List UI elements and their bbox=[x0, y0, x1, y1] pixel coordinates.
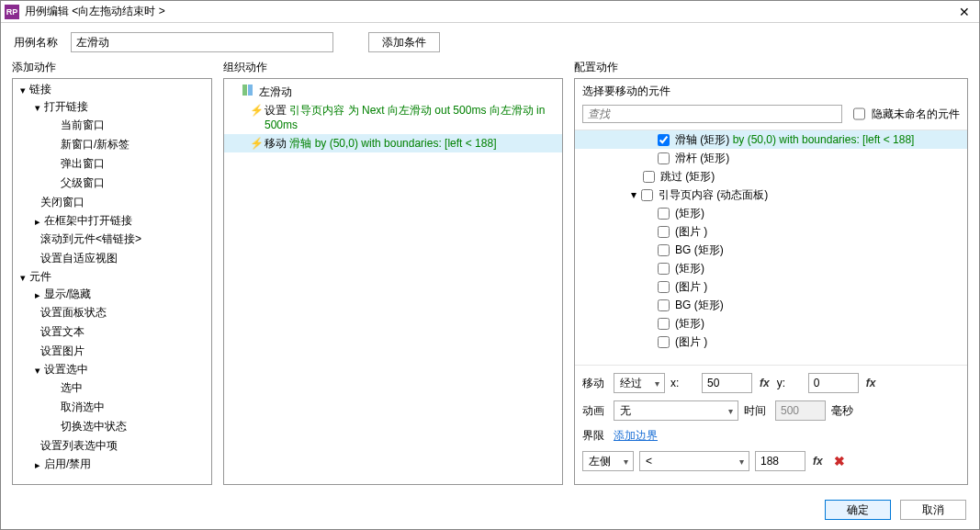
widget-row[interactable]: BG (矩形) bbox=[575, 296, 967, 314]
bound-op-select[interactable]: < bbox=[639, 451, 749, 471]
top-row: 用例名称 添加条件 bbox=[1, 23, 979, 60]
tree-set-selected[interactable]: 设置选中 bbox=[13, 361, 211, 378]
widget-row-panel[interactable]: ▾引导页内容 (动态面板) bbox=[575, 186, 967, 204]
window-title: 用例编辑 <向左拖动结束时 > bbox=[25, 4, 165, 19]
case-name-input[interactable] bbox=[71, 32, 333, 52]
widget-row[interactable]: (矩形) bbox=[575, 314, 967, 333]
action-set-panel-state[interactable]: ⚡ 设置 引导页内容 为 Next 向左滑动 out 500ms 向左滑动 in… bbox=[224, 101, 562, 134]
caret-down-icon bbox=[33, 364, 42, 377]
search-input[interactable] bbox=[582, 105, 842, 123]
caret-right-icon bbox=[33, 288, 42, 301]
widget-row[interactable]: (图片 ) bbox=[575, 333, 967, 351]
caret-right-icon bbox=[33, 215, 42, 228]
widget-tree: 滑轴 (矩形) by (50,0) with boundaries: [left… bbox=[575, 130, 967, 366]
caret-down-icon bbox=[18, 84, 28, 96]
time-label: 时间 bbox=[744, 403, 770, 419]
time-input bbox=[775, 400, 826, 421]
tree-item-list-selection[interactable]: 设置列表选中项 bbox=[13, 436, 211, 456]
time-unit: 毫秒 bbox=[831, 403, 853, 419]
widget-row[interactable]: (矩形) bbox=[575, 259, 967, 277]
left-col-head: 添加动作 bbox=[12, 60, 212, 78]
configure-action-panel: 选择要移动的元件 隐藏未命名的元件 滑轴 (矩形) by (50,0) with… bbox=[574, 78, 968, 485]
move-mode-select[interactable]: 经过 bbox=[614, 373, 665, 393]
dialog-buttons: 确定 取消 bbox=[1, 492, 979, 529]
organize-actions-panel: 左滑动 ⚡ 设置 引导页内容 为 Next 向左滑动 out 500ms 向左滑… bbox=[223, 78, 563, 485]
tree-open-link[interactable]: 打开链接 bbox=[13, 98, 211, 116]
caret-right-icon bbox=[33, 458, 42, 471]
ok-button[interactable]: 确定 bbox=[825, 500, 891, 520]
delete-bound-icon[interactable]: ✖ bbox=[830, 454, 849, 468]
tree-item-current-window[interactable]: 当前窗口 bbox=[13, 116, 211, 135]
widget-row[interactable]: 跳过 (矩形) bbox=[575, 167, 967, 186]
x-label: x: bbox=[670, 377, 696, 389]
tree-item-selected[interactable]: 选中 bbox=[13, 378, 211, 398]
bound-label: 界限 bbox=[582, 428, 608, 444]
bolt-icon: ⚡ bbox=[250, 136, 261, 151]
mid-col-head: 组织动作 bbox=[223, 60, 563, 78]
hide-unnamed-checkbox[interactable]: 隐藏未命名的元件 bbox=[850, 102, 960, 126]
bolt-icon: ⚡ bbox=[250, 103, 261, 118]
anim-select[interactable]: 无 bbox=[614, 400, 738, 421]
add-condition-button[interactable]: 添加条件 bbox=[368, 32, 440, 52]
add-action-panel: 链接 打开链接 当前窗口 新窗口/新标签 弹出窗口 父级窗口 关闭窗口 在框架中… bbox=[12, 78, 212, 485]
tree-item-set-text[interactable]: 设置文本 bbox=[13, 322, 211, 342]
tree-item-new-window[interactable]: 新窗口/新标签 bbox=[13, 135, 211, 154]
close-icon[interactable]: ✕ bbox=[955, 5, 974, 19]
y-label: y: bbox=[777, 377, 803, 389]
fx-button-bound[interactable]: fx bbox=[811, 455, 825, 468]
caret-down-icon: ▾ bbox=[628, 188, 639, 201]
widget-row[interactable]: BG (矩形) bbox=[575, 241, 967, 259]
titlebar: RP 用例编辑 <向左拖动结束时 > ✕ bbox=[1, 1, 979, 23]
widget-row-slideaxis[interactable]: 滑轴 (矩形) by (50,0) with boundaries: [left… bbox=[575, 130, 967, 149]
tree-group-links[interactable]: 链接 bbox=[13, 81, 211, 98]
widget-row[interactable]: (图片 ) bbox=[575, 277, 967, 296]
move-label: 移动 bbox=[582, 376, 608, 391]
tree-item-set-image[interactable]: 设置图片 bbox=[13, 342, 211, 361]
x-input[interactable] bbox=[702, 373, 752, 393]
tree-open-in-frame[interactable]: 在框架中打开链接 bbox=[13, 212, 211, 230]
caret-down-icon bbox=[18, 271, 28, 284]
config-area: 移动 经过 x: fx y: fx 动画 无 时间 bbox=[575, 366, 967, 484]
caret-down-icon bbox=[33, 101, 42, 114]
tree-item-scroll-to[interactable]: 滚动到元件<错链接> bbox=[13, 230, 211, 249]
add-boundary-link[interactable]: 添加边界 bbox=[614, 428, 658, 444]
case-icon bbox=[242, 85, 255, 96]
bound-val-input[interactable] bbox=[755, 451, 805, 471]
fx-button-x[interactable]: fx bbox=[758, 377, 772, 389]
y-input[interactable] bbox=[808, 373, 859, 393]
tree-show-hide[interactable]: 显示/隐藏 bbox=[13, 286, 211, 303]
tree-enable-disable[interactable]: 启用/禁用 bbox=[13, 456, 211, 473]
bound-side-select[interactable]: 左侧 bbox=[582, 451, 634, 471]
tree-item-adaptive-view[interactable]: 设置自适应视图 bbox=[13, 249, 211, 268]
cancel-button[interactable]: 取消 bbox=[900, 500, 966, 520]
select-widget-label: 选择要移动的元件 bbox=[582, 84, 670, 99]
anim-label: 动画 bbox=[582, 403, 608, 419]
action-move[interactable]: ⚡ 移动 滑轴 by (50,0) with boundaries: [left… bbox=[224, 134, 562, 152]
widget-row[interactable]: (矩形) bbox=[575, 204, 967, 222]
case-row[interactable]: 左滑动 bbox=[224, 83, 562, 101]
tree-item-unselected[interactable]: 取消选中 bbox=[13, 398, 211, 417]
widget-row[interactable]: 滑杆 (矩形) bbox=[575, 149, 967, 167]
tree-item-popup[interactable]: 弹出窗口 bbox=[13, 154, 211, 174]
widget-row[interactable]: (图片 ) bbox=[575, 222, 967, 241]
tree-item-parent-window[interactable]: 父级窗口 bbox=[13, 174, 211, 193]
tree-group-widgets[interactable]: 元件 bbox=[13, 268, 211, 286]
tree-item-toggle-selected[interactable]: 切换选中状态 bbox=[13, 417, 211, 436]
fx-button-y[interactable]: fx bbox=[864, 377, 878, 389]
tree-item-panel-state[interactable]: 设置面板状态 bbox=[13, 303, 211, 322]
case-name-label: 用例名称 bbox=[14, 35, 58, 51]
app-icon: RP bbox=[5, 5, 19, 19]
tree-item-close-window[interactable]: 关闭窗口 bbox=[13, 193, 211, 212]
right-col-head: 配置动作 bbox=[574, 60, 968, 78]
